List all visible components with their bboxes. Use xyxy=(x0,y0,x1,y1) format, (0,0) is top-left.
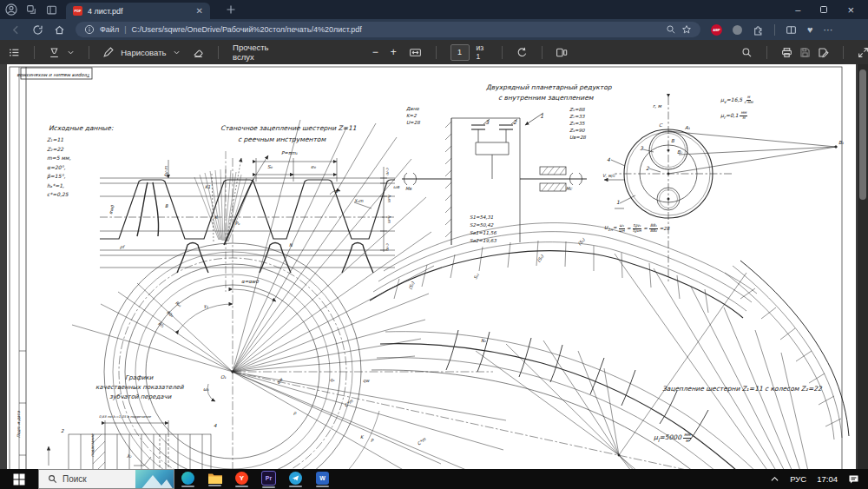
drawing-label: качественных показателей xyxy=(95,385,183,391)
taskbar-telegram-icon[interactable] xyxy=(285,469,306,489)
new-tab-icon[interactable] xyxy=(226,4,236,15)
extensions-puzzle-icon[interactable] xyxy=(753,24,764,36)
url-divider: | xyxy=(124,25,126,34)
drawing-label: c·m xyxy=(385,243,390,250)
refresh-icon[interactable] xyxy=(32,24,43,36)
taskbar-premiere-icon[interactable]: Pr xyxy=(258,469,279,489)
drawing-label: c*=0,25 xyxy=(47,192,69,197)
drawing-label: Z₁=11 xyxy=(47,137,63,142)
back-icon[interactable] xyxy=(10,24,22,36)
tab-groups-icon[interactable] xyxy=(26,4,37,16)
eraser-icon[interactable] xyxy=(193,47,204,58)
split-screen-icon[interactable] xyxy=(786,24,797,36)
pdf-page: Теория машин и механизмовИсходные данные… xyxy=(7,64,856,489)
taskbar-search-input[interactable]: Поиск xyxy=(38,469,174,489)
drawing-label: S2=50,42 xyxy=(470,223,493,228)
rotate-icon[interactable] xyxy=(516,47,528,58)
drawing-label: Uв=28 xyxy=(569,135,586,141)
browser-essentials-icon[interactable]: ♥ xyxy=(807,24,813,35)
highlighter-icon[interactable] xyxy=(49,47,60,58)
tray-show-hidden-icon[interactable] xyxy=(770,475,779,483)
window-close-button[interactable]: × xyxy=(847,3,854,17)
draw-pen-icon[interactable] xyxy=(102,47,114,58)
drawing-label: Mс xyxy=(566,187,572,191)
drawing-label: c·m xyxy=(385,168,390,175)
drawing-label: Станочное зацепление шестерни Z=11 xyxy=(220,125,356,132)
zoom-in-button[interactable]: + xyxy=(391,46,397,58)
url-scheme-label: Файл xyxy=(100,25,119,34)
window-minimize-button[interactable]: – xyxy=(795,4,800,15)
highlighter-dropdown-icon[interactable] xyxy=(67,49,75,56)
zoom-out-button[interactable]: − xyxy=(372,46,378,58)
drawing-label: 2 xyxy=(513,120,516,126)
read-aloud-button[interactable]: Прочесть вслух xyxy=(233,43,270,62)
tray-language-indicator[interactable]: РУС xyxy=(790,474,806,484)
drawing-label: B xyxy=(671,139,674,144)
save-icon[interactable] xyxy=(799,47,811,58)
drawing-label: Z₁=88 xyxy=(569,108,585,113)
drawing-label: C xyxy=(659,123,662,129)
draw-button[interactable]: Нарисовать xyxy=(121,48,166,57)
adblock-extension-icon[interactable]: ABP xyxy=(711,24,722,36)
drawing-label: 2 xyxy=(61,429,64,434)
drawing-label: qw xyxy=(363,379,369,383)
drawing-label: Z₃=35 xyxy=(569,122,585,127)
drawing-label: B₁ xyxy=(838,141,844,146)
vertical-tabs-icon[interactable] xyxy=(46,4,57,16)
drawing-label: β=15°, xyxy=(47,174,65,179)
weather-widget-image[interactable] xyxy=(135,470,174,488)
drawing-label: r, м xyxy=(653,104,661,109)
fullscreen-icon[interactable] xyxy=(858,47,868,58)
taskbar-yandex-icon[interactable]: Y xyxy=(231,469,253,489)
home-icon[interactable] xyxy=(54,24,65,36)
taskbar-explorer-icon[interactable] xyxy=(204,469,226,489)
taskbar-word-icon[interactable]: W xyxy=(312,469,333,489)
taskbar-edge-icon[interactable] xyxy=(177,469,199,489)
drawing-label: ρf xyxy=(120,245,124,249)
favorite-star-icon[interactable] xyxy=(681,24,692,35)
tab-close-icon[interactable]: ✕ xyxy=(196,7,203,16)
drawing-label: β xyxy=(335,189,338,194)
draw-dropdown-icon[interactable] xyxy=(173,49,181,56)
drawing-label: m=5 мм, xyxy=(47,155,71,161)
page-view-icon[interactable] xyxy=(556,47,568,58)
profile-avatar-icon[interactable] xyxy=(5,3,17,16)
drawing-label: Теория машин и механизмов xyxy=(17,73,90,78)
drawing-label: e₀ xyxy=(311,165,316,170)
tray-clock[interactable]: 17:04 xyxy=(817,474,838,484)
save-as-icon[interactable] xyxy=(818,47,829,58)
drawing-label: 3 xyxy=(485,120,489,126)
browser-tab[interactable]: PDF 4 лист.pdf ✕ xyxy=(66,3,210,19)
drawing-label: Подп. и дата xyxy=(17,411,22,438)
drawing-label: α=20°, xyxy=(47,165,66,170)
scale-mu-r-formula: μr=0,1 ммм xyxy=(720,111,747,121)
drawing-label: K xyxy=(214,215,217,220)
extension-icon[interactable] xyxy=(733,25,742,35)
print-icon[interactable] xyxy=(781,47,792,58)
action-center-icon[interactable] xyxy=(848,474,859,485)
info-icon[interactable] xyxy=(84,24,95,35)
drawing-label: X₁m xyxy=(354,199,363,203)
drawing-label: 1 xyxy=(540,114,543,120)
pdf-search-icon[interactable] xyxy=(741,47,753,58)
start-button[interactable] xyxy=(0,469,38,489)
drawing-label: подрезание xyxy=(91,434,95,457)
window-maximize-button[interactable] xyxy=(819,5,828,14)
drawing-label: λ₂ xyxy=(127,454,131,459)
drawing-label: 4 xyxy=(607,157,610,162)
drawing-label: Исходные данные: xyxy=(49,125,113,132)
page-scrollbar[interactable] xyxy=(858,64,868,469)
scrollbar-thumb[interactable] xyxy=(859,69,866,200)
drawing-label: зубчатой передачи xyxy=(109,394,171,400)
gear-ratio-formula: U1н= ω₁ωн = tgν₁tgνн = BB₁BB₂ =28 xyxy=(604,224,669,234)
settings-menu-icon[interactable]: ⋯ xyxy=(824,24,834,36)
drawing-label: Z₄=90 xyxy=(569,129,585,134)
drawing-label: 4 xyxy=(214,424,217,429)
drawing-label: K=2 xyxy=(406,114,417,119)
url-bar[interactable]: Файл | C:/Users/sqwre/OneDrive/Рабочий%2… xyxy=(76,22,700,37)
drawing-label: Графики xyxy=(125,375,153,381)
page-number-input[interactable]: 1 xyxy=(450,44,470,61)
toc-icon[interactable] xyxy=(9,47,20,58)
search-in-page-icon[interactable] xyxy=(666,24,676,35)
fit-to-width-icon[interactable] xyxy=(409,47,422,58)
